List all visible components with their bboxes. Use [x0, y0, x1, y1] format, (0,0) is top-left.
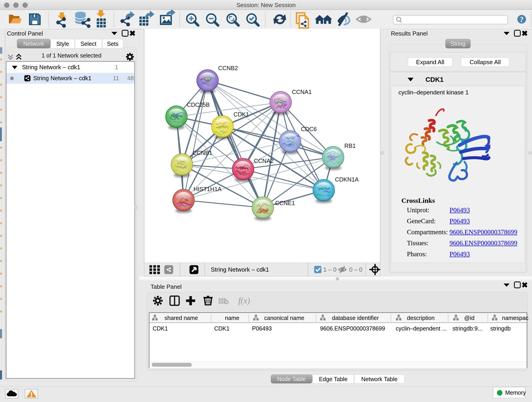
svg-text:CDK1: CDK1	[234, 111, 249, 118]
svg-text:HIST1H1A: HIST1H1A	[194, 186, 222, 192]
svg-text:CCNB2: CCNB2	[218, 65, 238, 71]
svg-text:CCNA2: CCNA2	[254, 158, 273, 164]
svg-text:String Network – cdk1: String Network – cdk1	[211, 266, 269, 273]
svg-text:CCNA1: CCNA1	[292, 89, 312, 95]
svg-text:CDC6: CDC6	[301, 126, 317, 132]
svg-text:CCNB1: CCNB1	[192, 150, 212, 156]
svg-text:?: ?	[520, 15, 524, 24]
svg-text:1 – 0: 1 – 0	[323, 266, 336, 273]
svg-text:f(x): f(x)	[238, 296, 250, 306]
svg-text:RB1: RB1	[344, 143, 356, 149]
svg-text:0 – 0: 0 – 0	[349, 266, 362, 273]
svg-text:CDKN1A: CDKN1A	[335, 176, 359, 183]
svg-text:CCNE1: CCNE1	[275, 200, 295, 206]
svg-text:CDC25B: CDC25B	[187, 102, 210, 108]
